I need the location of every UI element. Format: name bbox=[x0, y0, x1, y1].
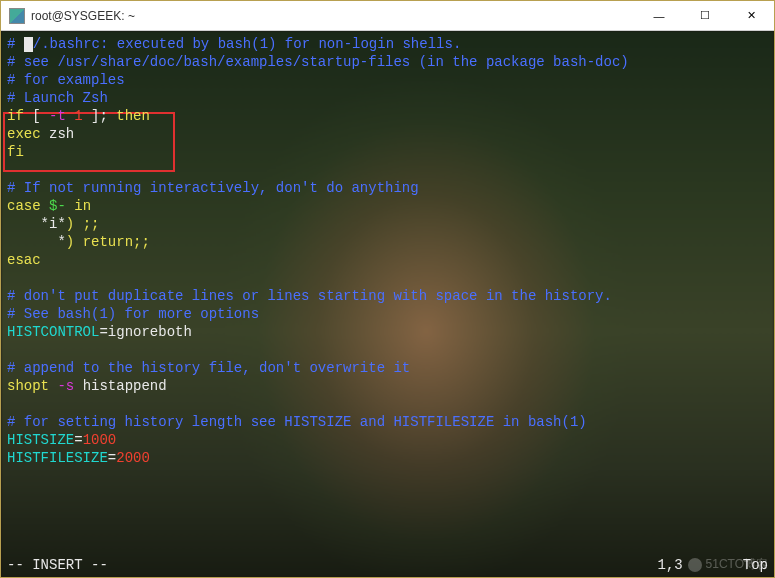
cursor bbox=[24, 37, 33, 52]
editor-line: shopt -s histappend bbox=[7, 377, 768, 395]
titlebar[interactable]: root@SYSGEEK: ~ — ☐ ✕ bbox=[1, 1, 774, 31]
editor-line: exec zsh bbox=[7, 125, 768, 143]
vim-statusline: -- INSERT -- 1,3 Top bbox=[7, 557, 768, 573]
editor-line bbox=[7, 161, 768, 179]
cursor-position: 1,3 bbox=[658, 557, 683, 573]
editor-line: # Launch Zsh bbox=[7, 89, 768, 107]
terminal-viewport[interactable]: # /.bashrc: executed by bash(1) for non-… bbox=[1, 31, 774, 577]
editor-line: *i*) ;; bbox=[7, 215, 768, 233]
window-title: root@SYSGEEK: ~ bbox=[31, 9, 636, 23]
editor-line: # append to the history file, don't over… bbox=[7, 359, 768, 377]
editor-content[interactable]: # /.bashrc: executed by bash(1) for non-… bbox=[1, 31, 774, 577]
editor-line: esac bbox=[7, 251, 768, 269]
editor-line: if [ -t 1 ]; then bbox=[7, 107, 768, 125]
editor-line: # If not running interactively, don't do… bbox=[7, 179, 768, 197]
vim-mode: -- INSERT -- bbox=[7, 557, 108, 573]
window-controls: — ☐ ✕ bbox=[636, 1, 774, 30]
watermark-text: 51CTO博客 bbox=[706, 556, 768, 573]
editor-line: HISTSIZE=1000 bbox=[7, 431, 768, 449]
editor-line bbox=[7, 395, 768, 413]
editor-line: # don't put duplicate lines or lines sta… bbox=[7, 287, 768, 305]
editor-line: # See bash(1) for more options bbox=[7, 305, 768, 323]
editor-line bbox=[7, 341, 768, 359]
editor-line: # for examples bbox=[7, 71, 768, 89]
editor-line: # /.bashrc: executed by bash(1) for non-… bbox=[7, 35, 768, 53]
terminal-window: root@SYSGEEK: ~ — ☐ ✕ # /.bashrc: execut… bbox=[0, 0, 775, 578]
editor-line: HISTFILESIZE=2000 bbox=[7, 449, 768, 467]
editor-line: case $- in bbox=[7, 197, 768, 215]
terminal-icon bbox=[9, 8, 25, 24]
maximize-button[interactable]: ☐ bbox=[682, 1, 728, 30]
editor-line: # for setting history length see HISTSIZ… bbox=[7, 413, 768, 431]
editor-line: # see /usr/share/doc/bash/examples/start… bbox=[7, 53, 768, 71]
editor-line: fi bbox=[7, 143, 768, 161]
close-button[interactable]: ✕ bbox=[728, 1, 774, 30]
editor-line: HISTCONTROL=ignoreboth bbox=[7, 323, 768, 341]
editor-line: *) return;; bbox=[7, 233, 768, 251]
editor-line bbox=[7, 269, 768, 287]
watermark: 51CTO博客 bbox=[688, 556, 768, 573]
minimize-button[interactable]: — bbox=[636, 1, 682, 30]
